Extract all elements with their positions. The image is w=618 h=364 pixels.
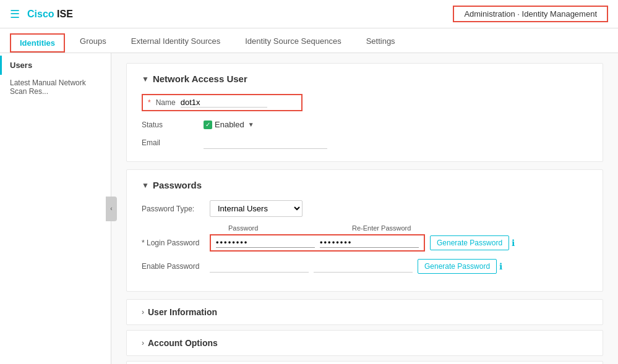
content-area: ▼ Network Access User * Name Status ✓ En… bbox=[111, 53, 618, 364]
email-row: Email bbox=[142, 137, 588, 149]
passwords-title: Passwords bbox=[153, 180, 202, 190]
login-password-reenter-input[interactable] bbox=[320, 238, 419, 248]
network-access-user-header[interactable]: ▼ Network Access User bbox=[142, 74, 588, 84]
email-label: Email bbox=[142, 138, 204, 147]
passwords-chevron-icon: ▼ bbox=[142, 181, 149, 190]
network-access-user-title: Network Access User bbox=[153, 74, 247, 84]
name-row: * Name bbox=[142, 94, 588, 111]
chevron-down-icon: ▼ bbox=[142, 75, 149, 83]
tab-identity-source-sequences[interactable]: Identity Source Sequences bbox=[235, 32, 351, 53]
top-nav: ☰ Cisco ISE Administration · Identity Ma… bbox=[0, 0, 618, 28]
user-information-section[interactable]: › User Information bbox=[126, 299, 603, 325]
login-password-info-icon[interactable]: ℹ bbox=[512, 238, 515, 248]
password-type-select[interactable]: Internal Users Active Directory bbox=[210, 200, 303, 217]
tab-bar: Identities Groups External Identity Sour… bbox=[0, 28, 618, 53]
account-options-header: › Account Options bbox=[142, 338, 588, 348]
sidebar-item-latest-manual[interactable]: Latest Manual Network Scan Res... bbox=[0, 75, 111, 99]
enable-password-info-icon[interactable]: ℹ bbox=[499, 261, 502, 271]
user-information-title: User Information bbox=[148, 307, 217, 317]
login-password-row: * Login Password Generate Password ℹ bbox=[142, 234, 588, 252]
login-password-input[interactable] bbox=[216, 238, 315, 248]
page-title: Administration · Identity Management bbox=[453, 6, 608, 22]
tab-settings[interactable]: Settings bbox=[356, 32, 405, 53]
login-password-label: * Login Password bbox=[142, 239, 210, 247]
user-information-header: › User Information bbox=[142, 307, 588, 317]
name-label: * bbox=[148, 98, 151, 107]
passwords-section: ▼ Passwords Password Type: Internal User… bbox=[126, 169, 603, 292]
status-dropdown-icon[interactable]: ▼ bbox=[248, 121, 254, 128]
enable-password-inputs bbox=[210, 260, 413, 273]
sidebar-item-users[interactable]: Users bbox=[0, 56, 111, 75]
enabled-checkbox-icon[interactable]: ✓ bbox=[204, 121, 212, 129]
name-label-text: Name bbox=[156, 98, 176, 107]
name-field-box: * Name bbox=[142, 94, 303, 111]
account-options-title: Account Options bbox=[148, 338, 218, 348]
password-type-row: Password Type: Internal Users Active Dir… bbox=[142, 200, 588, 217]
generate-enable-password-button[interactable]: Generate Password bbox=[418, 259, 497, 274]
enable-password-reenter-input[interactable] bbox=[314, 260, 413, 273]
status-badge: ✓ Enabled ▼ bbox=[204, 120, 254, 129]
network-access-user-section: ▼ Network Access User * Name Status ✓ En… bbox=[126, 63, 603, 162]
brand-logo: Cisco ISE bbox=[27, 9, 73, 20]
status-label: Status bbox=[142, 121, 204, 129]
tab-groups[interactable]: Groups bbox=[70, 32, 116, 53]
tab-external-identity-sources[interactable]: External Identity Sources bbox=[121, 32, 231, 53]
enable-password-label: Enable Password bbox=[142, 262, 210, 271]
brand-cisco: Cisco bbox=[27, 9, 54, 19]
tab-identities[interactable]: Identities bbox=[10, 33, 65, 53]
re-enter-password-col-header: Re-Enter Password bbox=[352, 224, 476, 232]
brand-ise: ISE bbox=[54, 9, 73, 19]
account-disable-policy-section[interactable]: › Account Disable Policy bbox=[126, 361, 603, 364]
password-column-headers: Password Re-Enter Password bbox=[228, 224, 588, 232]
status-value: Enabled bbox=[215, 120, 244, 129]
hamburger-icon[interactable]: ☰ bbox=[10, 7, 20, 21]
account-options-section[interactable]: › Account Options bbox=[126, 330, 603, 356]
passwords-header[interactable]: ▼ Passwords bbox=[142, 180, 588, 190]
user-information-chevron-icon: › bbox=[142, 308, 144, 316]
name-input[interactable] bbox=[181, 98, 267, 108]
password-type-label: Password Type: bbox=[142, 205, 210, 213]
account-options-chevron-icon: › bbox=[142, 339, 144, 347]
sidebar-collapse-handle[interactable]: ‹ bbox=[106, 197, 117, 221]
enable-password-input[interactable] bbox=[210, 260, 309, 273]
enable-password-row: Enable Password Generate Password ℹ bbox=[142, 259, 588, 274]
email-input[interactable] bbox=[204, 137, 327, 149]
sidebar: Users Latest Manual Network Scan Res... … bbox=[0, 53, 111, 364]
login-password-box bbox=[210, 234, 425, 252]
main-layout: Users Latest Manual Network Scan Res... … bbox=[0, 53, 618, 364]
password-col-header: Password bbox=[228, 224, 352, 232]
status-row: Status ✓ Enabled ▼ bbox=[142, 120, 588, 129]
generate-password-button[interactable]: Generate Password bbox=[430, 235, 509, 250]
